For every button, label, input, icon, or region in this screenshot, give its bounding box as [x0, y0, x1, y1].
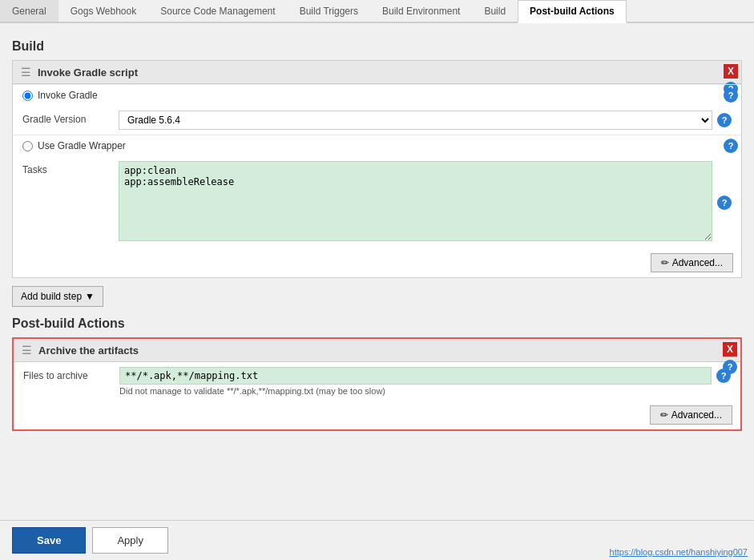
use-gradle-wrapper-label: Use Gradle Wrapper: [38, 140, 126, 151]
add-build-step-container: Add build step ▼: [12, 286, 742, 307]
archive-artifacts-card: X ? ☰ Archive the artifacts Files to arc…: [12, 337, 742, 431]
files-to-archive-input[interactable]: [119, 367, 712, 385]
tasks-label: Tasks: [22, 161, 119, 175]
invoke-gradle-card: X ? ☰ Invoke Gradle script Invoke Gradle…: [12, 60, 742, 278]
files-to-archive-control: [119, 367, 712, 385]
tab-bar: General Gogs Webhook Source Code Managem…: [0, 0, 754, 23]
add-build-step-label: Add build step: [21, 291, 82, 302]
build-section-heading: Build: [12, 39, 742, 54]
tasks-row: Tasks app:clean app:assembleRelease ?: [13, 156, 741, 248]
close-archive-artifacts-button[interactable]: X: [723, 342, 737, 357]
add-build-step-chevron: ▼: [85, 291, 95, 302]
help-icon-gradle-version[interactable]: ?: [717, 113, 732, 127]
tab-build-triggers[interactable]: Build Triggers: [288, 0, 370, 22]
tasks-textarea-wrapper: app:clean app:assembleRelease: [119, 161, 712, 244]
tab-general[interactable]: General: [0, 0, 58, 22]
archive-artifacts-title: Archive the artifacts: [38, 344, 139, 357]
advanced-row-postbuild: ✏ Advanced...: [14, 401, 740, 429]
drag-handle-archive-icon: ☰: [22, 344, 32, 357]
tab-postbuild-actions[interactable]: Post-build Actions: [518, 0, 627, 23]
drag-handle-icon: ☰: [21, 66, 31, 79]
use-gradle-wrapper-row: Use Gradle Wrapper ?: [13, 135, 741, 156]
validation-warning: Did not manage to validate **/*.apk,**/m…: [14, 385, 740, 401]
advanced-button-postbuild[interactable]: ✏ Advanced...: [650, 405, 732, 425]
help-icon-gradle-wrapper[interactable]: ?: [724, 139, 738, 153]
invoke-gradle-radio-label: Invoke Gradle: [38, 90, 98, 101]
close-invoke-gradle-button[interactable]: X: [724, 64, 738, 79]
use-gradle-wrapper-radio[interactable]: [22, 141, 33, 151]
add-build-step-button[interactable]: Add build step ▼: [12, 286, 103, 307]
tab-build-environment[interactable]: Build Environment: [370, 0, 472, 22]
archive-artifacts-header: ☰ Archive the artifacts: [14, 339, 740, 362]
gradle-version-control: Gradle 5.6.4 Gradle 4.10.3 Default: [119, 111, 712, 130]
help-icon-tasks[interactable]: ?: [717, 195, 732, 210]
gradle-version-label: Gradle Version: [22, 111, 119, 125]
invoke-gradle-radio[interactable]: [22, 91, 33, 101]
files-to-archive-row: Files to archive ?: [14, 362, 740, 385]
main-content: Build X ? ☰ Invoke Gradle script Invoke …: [0, 23, 754, 447]
advanced-label-postbuild: Advanced...: [671, 409, 722, 421]
invoke-gradle-radio-row: Invoke Gradle ?: [13, 84, 741, 106]
tab-gogs-webhook[interactable]: Gogs Webhook: [58, 0, 149, 22]
files-to-archive-label: Files to archive: [23, 367, 119, 381]
postbuild-section-heading: Post-build Actions: [12, 316, 742, 331]
advanced-label: Advanced...: [672, 257, 723, 268]
invoke-gradle-header: ☰ Invoke Gradle script: [13, 61, 741, 84]
tab-build[interactable]: Build: [472, 0, 518, 22]
help-icon-invoke-gradle-radio[interactable]: ?: [724, 88, 738, 103]
apply-button[interactable]: Apply: [92, 527, 168, 554]
tab-source-code[interactable]: Source Code Management: [148, 0, 287, 22]
tasks-textarea[interactable]: app:clean app:assembleRelease: [119, 161, 712, 241]
pencil-icon-postbuild: ✏: [660, 409, 668, 421]
gradle-version-select[interactable]: Gradle 5.6.4 Gradle 4.10.3 Default: [119, 111, 712, 130]
save-button[interactable]: Save: [12, 527, 86, 554]
help-icon-files-archive[interactable]: ?: [716, 369, 731, 383]
invoke-gradle-title: Invoke Gradle script: [38, 66, 138, 79]
advanced-row-build: ✏ Advanced...: [13, 248, 741, 277]
status-bar-url[interactable]: https://blog.csdn.net/hanshiying007: [603, 544, 754, 560]
advanced-button-build[interactable]: ✏ Advanced...: [651, 253, 733, 272]
gradle-version-row: Gradle Version Gradle 5.6.4 Gradle 4.10.…: [13, 106, 741, 135]
pencil-icon: ✏: [661, 257, 669, 268]
